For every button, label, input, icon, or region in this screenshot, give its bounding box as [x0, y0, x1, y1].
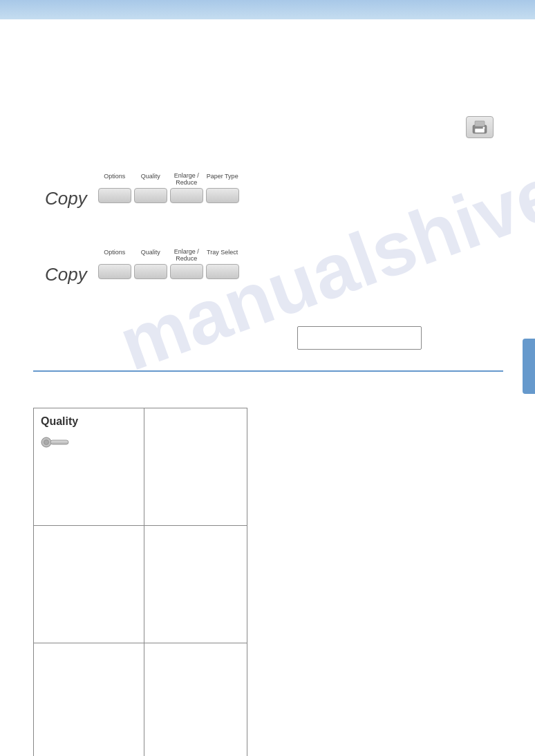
enlarge-label-1: Enlarge /Reduce: [170, 173, 203, 187]
icon-button[interactable]: [466, 116, 494, 138]
quality-label-1: Quality: [134, 173, 167, 187]
input-box[interactable]: [297, 326, 422, 350]
buttons-row-1: [98, 188, 239, 203]
options-label-2: Options: [98, 249, 131, 263]
copy-buttons-group-1: Options Quality Enlarge /Reduce Paper Ty…: [98, 173, 239, 203]
table-cell-1-0: [34, 526, 144, 643]
quality-btn-1[interactable]: [134, 188, 167, 203]
table-section: Quality: [33, 408, 247, 756]
options-btn-1[interactable]: [98, 188, 131, 203]
tray-select-label-2: Tray Select: [206, 249, 239, 263]
table-cell-2-1: [144, 643, 247, 757]
table-cell-0-1: [144, 408, 247, 526]
enlarge-btn-2[interactable]: [170, 264, 203, 279]
buttons-row-2: [98, 264, 239, 279]
copy-section-2: Copy Options Quality Enlarge /Reduce Tra…: [45, 249, 239, 285]
table-cell-1-1: [144, 526, 247, 643]
svg-point-3: [483, 127, 485, 129]
copy-buttons-group-2: Options Quality Enlarge /Reduce Tray Sel…: [98, 249, 239, 279]
svg-rect-6: [50, 440, 68, 444]
table-cell-0-0: Quality: [34, 408, 144, 526]
key-svg: [41, 436, 70, 448]
svg-rect-1: [475, 121, 485, 126]
top-bar: [0, 0, 535, 19]
quality-btn-2[interactable]: [134, 264, 167, 279]
button-labels-row-1: Options Quality Enlarge /Reduce Paper Ty…: [98, 173, 239, 187]
copy-label-1: Copy: [45, 188, 87, 209]
quality-cell-label: Quality: [41, 415, 137, 428]
options-label-1: Options: [98, 173, 131, 187]
table-cell-2-0: [34, 643, 144, 757]
button-labels-row-2: Options Quality Enlarge /Reduce Tray Sel…: [98, 249, 239, 263]
options-btn-2[interactable]: [98, 264, 131, 279]
quality-label-2: Quality: [134, 249, 167, 263]
tray-select-btn-2[interactable]: [206, 264, 239, 279]
divider-line: [33, 370, 503, 372]
quality-table: Quality: [33, 408, 247, 756]
paper-type-label-1: Paper Type: [206, 173, 239, 187]
print-icon: [471, 120, 488, 135]
key-icon: [41, 433, 70, 448]
copy-label-2: Copy: [45, 264, 87, 285]
right-tab: [523, 339, 535, 394]
enlarge-btn-1[interactable]: [170, 188, 203, 203]
svg-rect-2: [475, 129, 485, 133]
copy-section-1: Copy Options Quality Enlarge /Reduce Pap…: [45, 173, 239, 209]
paper-type-btn-1[interactable]: [206, 188, 239, 203]
enlarge-label-2: Enlarge /Reduce: [170, 249, 203, 263]
svg-point-5: [44, 440, 49, 445]
